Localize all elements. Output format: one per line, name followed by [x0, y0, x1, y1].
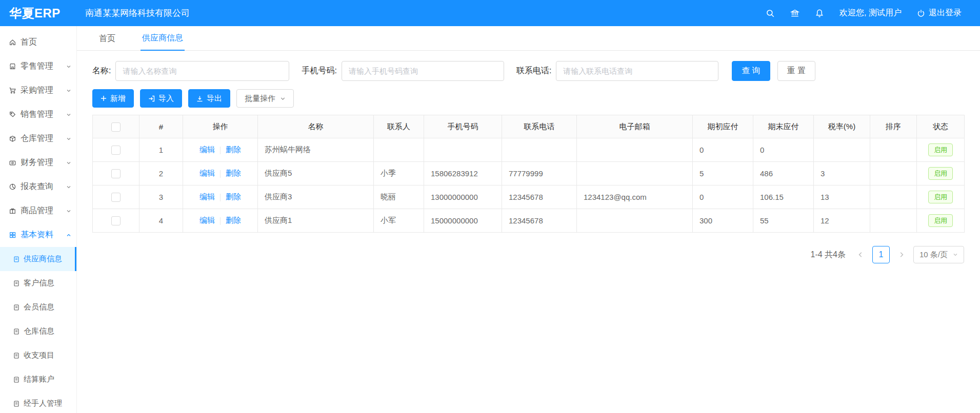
sidebar-subitem-supplier-info[interactable]: 供应商信息 [0, 247, 76, 271]
cell-name: 苏州蜗牛网络 [258, 138, 374, 162]
col-status: 状态 [917, 115, 965, 138]
table-row: 3 编辑删除 供应商3 晓丽 13000000000 12345678 1234… [93, 185, 965, 209]
gift-icon [9, 207, 16, 215]
cell-tel [502, 138, 577, 162]
tab-supplier-info[interactable]: 供应商信息 [141, 27, 185, 51]
select-all-checkbox[interactable] [111, 122, 121, 132]
row-checkbox[interactable] [111, 146, 121, 155]
page-size-value: 10 条/页 [919, 250, 948, 260]
sidebar-item-finance[interactable]: 财务管理 [0, 151, 76, 175]
sidebar-subitem-warehouse-info[interactable]: 仓库信息 [0, 319, 76, 343]
delete-link[interactable]: 删除 [226, 169, 241, 177]
pie-chart-icon [9, 183, 16, 191]
import-icon [148, 95, 155, 102]
sidebar-subitem-income-expense[interactable]: 收支项目 [0, 343, 76, 367]
edit-link[interactable]: 编辑 [199, 145, 215, 154]
sidebar-item-goods[interactable]: 商品管理 [0, 199, 76, 223]
document-icon [13, 280, 20, 287]
tel-input[interactable] [556, 61, 718, 81]
document-icon [13, 376, 20, 383]
status-badge: 启用 [928, 143, 953, 156]
name-label: 名称: [92, 66, 111, 76]
logout-button[interactable]: 退出登录 [917, 8, 962, 18]
sidebar-item-basic-data[interactable]: 基本资料 [0, 223, 76, 247]
page-size-select[interactable]: 10 条/页 [913, 246, 964, 263]
sidebar-item-purchase[interactable]: 采购管理 [0, 78, 76, 102]
tel-label: 联系电话: [516, 66, 551, 76]
row-checkbox[interactable] [111, 193, 121, 202]
batch-actions-label: 批量操作 [245, 94, 275, 104]
tag-icon [9, 111, 16, 118]
sidebar-item-label: 商品管理 [21, 205, 62, 216]
cell-begin-payable: 5 [693, 162, 753, 185]
query-button[interactable]: 查 询 [732, 61, 770, 81]
page-number-1[interactable]: 1 [872, 246, 890, 263]
cell-index: 2 [139, 162, 183, 185]
edit-link[interactable]: 编辑 [199, 192, 215, 201]
phone-field-group: 手机号码: [302, 61, 504, 81]
name-input[interactable] [115, 61, 289, 81]
chevron-down-icon [66, 184, 71, 190]
pagination: 1-4 共4条 1 10 条/页 [92, 246, 964, 263]
sidebar-item-retail[interactable]: 零售管理 [0, 54, 76, 78]
cell-name: 供应商3 [258, 185, 374, 209]
sidebar-subitem-handler-management[interactable]: 经手人管理 [0, 391, 76, 413]
sidebar-item-home[interactable]: 首页 [0, 30, 76, 54]
page-content: 名称: 手机号码: 联系电话: 查 询 重 置 新增 [77, 51, 980, 263]
power-icon [917, 9, 925, 17]
status-badge: 启用 [928, 214, 953, 227]
import-button[interactable]: 导入 [140, 89, 182, 108]
sidebar-item-warehouse[interactable]: 仓库管理 [0, 127, 76, 151]
delete-link[interactable]: 删除 [226, 145, 241, 154]
action-divider [220, 194, 221, 201]
phone-label: 手机号码: [302, 66, 336, 76]
sidebar-subitem-label: 结算账户 [24, 375, 54, 384]
bell-icon[interactable] [815, 9, 824, 18]
bank-icon[interactable] [790, 9, 799, 18]
cell-email: 1234123@qq.com [577, 185, 693, 209]
search-icon[interactable] [766, 9, 775, 18]
action-divider [220, 217, 221, 225]
next-page-icon[interactable] [895, 246, 908, 263]
cell-tel: 12345678 [502, 209, 577, 233]
prev-page-icon[interactable] [854, 246, 867, 263]
chevron-down-icon [66, 112, 71, 117]
sidebar-item-label: 仓库管理 [21, 133, 62, 144]
action-divider [220, 170, 221, 178]
export-button[interactable]: 导出 [188, 89, 230, 108]
sidebar-subitem-settlement-account[interactable]: 结算账户 [0, 367, 76, 391]
sidebar-item-reports[interactable]: 报表查询 [0, 175, 76, 199]
cell-index: 4 [139, 209, 183, 233]
sidebar-subitem-label: 客户信息 [24, 278, 54, 288]
cell-sort [870, 138, 917, 162]
cell-tax-rate: 13 [814, 185, 870, 209]
row-checkbox[interactable] [111, 169, 121, 178]
export-icon [196, 95, 203, 102]
col-name: 名称 [258, 115, 374, 138]
col-phone: 手机号码 [424, 115, 502, 138]
reset-button[interactable]: 重 置 [777, 61, 815, 81]
phone-input[interactable] [342, 61, 504, 81]
sidebar-item-sales[interactable]: 销售管理 [0, 102, 76, 127]
cell-tel: 12345678 [502, 185, 577, 209]
sidebar-subitem-member-info[interactable]: 会员信息 [0, 295, 76, 319]
sidebar-item-label: 零售管理 [21, 61, 62, 72]
delete-link[interactable]: 删除 [226, 192, 241, 201]
cell-phone [424, 138, 502, 162]
col-tel: 联系电话 [502, 115, 577, 138]
box-icon [9, 135, 16, 142]
table-row: 4 编辑删除 供应商1 小军 15000000000 12345678 300 … [93, 209, 965, 233]
delete-link[interactable]: 删除 [226, 216, 241, 224]
cell-contact [374, 138, 424, 162]
sidebar-subitem-customer-info[interactable]: 客户信息 [0, 271, 76, 295]
edit-link[interactable]: 编辑 [199, 216, 215, 224]
batch-actions-button[interactable]: 批量操作 [236, 89, 294, 108]
document-icon [13, 400, 20, 407]
shop-icon [9, 63, 16, 70]
row-checkbox[interactable] [111, 216, 121, 225]
cell-phone: 15000000000 [424, 209, 502, 233]
edit-link[interactable]: 编辑 [199, 169, 215, 177]
tab-home[interactable]: 首页 [97, 27, 117, 50]
add-button[interactable]: 新增 [92, 89, 134, 108]
document-icon [13, 304, 20, 311]
